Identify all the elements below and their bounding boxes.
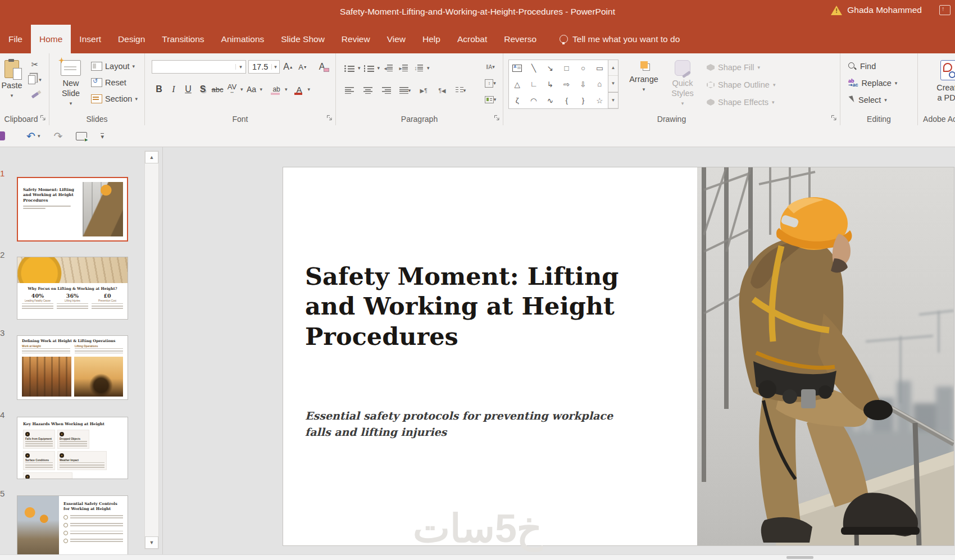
tab-reverso[interactable]: Reverso bbox=[495, 25, 545, 53]
thumbnail-scrollbar[interactable]: ▲ ▼ bbox=[144, 151, 159, 549]
slide-thumbnail-4[interactable]: Key Hazards When Working at Height Falls… bbox=[17, 417, 128, 479]
arrow-shape-icon[interactable]: ↘ bbox=[542, 60, 558, 76]
shape-effects-button[interactable]: Shape Effects▾ bbox=[707, 96, 775, 108]
oval-shape-icon[interactable]: ○ bbox=[575, 60, 591, 76]
curve-shape-icon[interactable]: ∿ bbox=[542, 92, 558, 108]
columns-button[interactable]: ▾ bbox=[454, 84, 467, 97]
shrink-font-button[interactable]: A▼ bbox=[297, 60, 309, 74]
align-left-button[interactable] bbox=[343, 84, 356, 97]
scroll-down-button[interactable]: ▼ bbox=[145, 536, 158, 549]
slide-photo[interactable] bbox=[697, 167, 954, 545]
pentagon-shape-icon[interactable]: ⌂ bbox=[592, 76, 608, 93]
character-spacing-button[interactable]: AV↔ bbox=[226, 83, 238, 96]
tab-insert[interactable]: Insert bbox=[71, 25, 110, 53]
line-shape-icon[interactable]: ╲ bbox=[525, 60, 542, 76]
tab-help[interactable]: Help bbox=[414, 25, 449, 53]
paste-button[interactable]: Paste ▾ bbox=[0, 58, 25, 98]
convert-smartart-button[interactable]: ▾ bbox=[484, 93, 497, 106]
layout-button[interactable]: Layout▾ bbox=[91, 59, 138, 74]
line-spacing-button[interactable]: ↕ bbox=[412, 61, 425, 75]
save-button[interactable] bbox=[0, 131, 5, 140]
slide-thumbnail-1[interactable]: Safety Moment: Lifting and Working at He… bbox=[17, 177, 128, 242]
font-color-button[interactable]: A bbox=[293, 83, 306, 96]
replace-button[interactable]: ab⇢acReplace▾ bbox=[848, 77, 897, 89]
arc-shape-icon[interactable]: ◠ bbox=[525, 92, 542, 108]
arrange-button[interactable]: Arrange ▾ bbox=[626, 59, 662, 92]
paragraph-dialog-launcher[interactable] bbox=[494, 113, 500, 123]
scroll-up-button[interactable]: ▲ bbox=[145, 151, 158, 163]
triangle-shape-icon[interactable]: △ bbox=[509, 76, 525, 93]
shapes-more-button[interactable]: ▼ bbox=[608, 92, 618, 108]
underline-button[interactable]: U bbox=[182, 83, 194, 96]
right-to-left-button[interactable]: ¶◀ bbox=[435, 84, 449, 97]
align-right-button[interactable] bbox=[380, 84, 393, 97]
shapes-scroll-up[interactable]: ▲ bbox=[608, 60, 618, 76]
elbow-connector-icon[interactable]: ∟ bbox=[525, 76, 542, 93]
section-button[interactable]: Section▾ bbox=[91, 92, 138, 106]
copy-button[interactable]: ▾ bbox=[28, 74, 42, 85]
ribbon-display-options-icon[interactable] bbox=[939, 5, 951, 15]
tab-slideshow[interactable]: Slide Show bbox=[272, 25, 333, 53]
shape-fill-button[interactable]: Shape Fill▾ bbox=[707, 61, 775, 74]
warning-icon[interactable]: ! bbox=[831, 6, 842, 15]
increase-indent-button[interactable]: ▸ bbox=[397, 61, 410, 75]
tab-animations[interactable]: Animations bbox=[213, 25, 273, 53]
shape-outline-button[interactable]: Shape Outline▾ bbox=[707, 79, 775, 91]
tab-view[interactable]: View bbox=[379, 25, 414, 53]
tab-acrobat[interactable]: Acrobat bbox=[449, 25, 495, 53]
drawing-dialog-launcher[interactable] bbox=[831, 113, 837, 123]
slide-thumbnail-5[interactable]: Essential Safety Controls for Working at… bbox=[17, 495, 128, 560]
slide-canvas[interactable]: Safety Moment: Lifting and Working at He… bbox=[283, 167, 954, 546]
redo-button[interactable]: ↷ bbox=[53, 131, 62, 142]
strikethrough-button[interactable]: abc bbox=[211, 83, 224, 96]
slide-thumbnail-2[interactable]: Why Focus on Lifting & Working at Height… bbox=[17, 257, 128, 320]
rounded-rectangle-shape-icon[interactable]: ▭ bbox=[592, 60, 608, 76]
tab-home[interactable]: Home bbox=[31, 25, 71, 53]
horizontal-scrollbar-thumb[interactable] bbox=[786, 556, 813, 559]
rectangle-shape-icon[interactable]: □ bbox=[558, 60, 575, 76]
down-arrow-shape-icon[interactable]: ⇩ bbox=[575, 76, 591, 93]
right-arrow-shape-icon[interactable]: ⇨ bbox=[558, 76, 575, 93]
find-button[interactable]: Find bbox=[848, 60, 897, 72]
new-slide-button[interactable]: New Slide ▾ bbox=[54, 58, 88, 106]
customize-qat-button[interactable]: ▾ bbox=[101, 133, 104, 139]
text-shadow-button[interactable]: S bbox=[197, 83, 209, 96]
justify-button[interactable]: ▾ bbox=[398, 84, 412, 97]
change-case-button[interactable]: Aa bbox=[245, 83, 258, 96]
quick-styles-button[interactable]: Quick Styles ▾ bbox=[665, 58, 700, 106]
text-direction-button[interactable]: ‖A▾ bbox=[484, 60, 497, 74]
shapes-gallery[interactable]: ╲ ↘ □ ○ ▭ △ ∟ ↳ ⇨ ⇩ ⌂ ζ ◠ ∿ { bbox=[508, 60, 608, 109]
undo-button[interactable]: ↶▾ bbox=[26, 131, 40, 142]
shapes-scroll-down[interactable]: ▼ bbox=[608, 76, 618, 92]
tab-design[interactable]: Design bbox=[110, 25, 153, 53]
grow-font-button[interactable]: A▲ bbox=[282, 60, 294, 74]
account-name[interactable]: Ghada Mohammed bbox=[847, 5, 922, 15]
select-button[interactable]: Select▾ bbox=[848, 94, 897, 106]
star-shape-icon[interactable]: ☆ bbox=[592, 92, 608, 108]
slide-title[interactable]: Safety Moment: Lifting and Working at He… bbox=[305, 262, 634, 352]
align-text-button[interactable]: ↕▾ bbox=[484, 76, 497, 90]
start-slideshow-button[interactable] bbox=[76, 132, 87, 140]
tab-file[interactable]: File bbox=[0, 25, 31, 53]
right-brace-shape-icon[interactable]: } bbox=[575, 92, 591, 108]
cut-button[interactable]: ✂ bbox=[28, 59, 42, 70]
bold-button[interactable]: B bbox=[153, 83, 165, 96]
decrease-indent-button[interactable]: ◂ bbox=[381, 61, 395, 75]
font-name-combo[interactable]: ▾ bbox=[152, 60, 246, 74]
left-to-right-button[interactable]: ▶¶ bbox=[417, 84, 430, 97]
font-dialog-launcher[interactable] bbox=[326, 113, 333, 123]
numbering-button[interactable] bbox=[362, 61, 376, 75]
reset-button[interactable]: Reset bbox=[91, 75, 138, 90]
scribble-shape-icon[interactable]: ζ bbox=[509, 92, 525, 108]
tellme-box[interactable]: Tell me what you want to do bbox=[560, 25, 680, 53]
clear-formatting-button[interactable]: A bbox=[316, 60, 328, 74]
slide-subtitle[interactable]: Essential safety protocols for preventin… bbox=[305, 408, 636, 440]
create-pdf-button[interactable]: Create a PDF bbox=[928, 58, 955, 103]
clipboard-dialog-launcher[interactable] bbox=[40, 113, 46, 123]
tab-review[interactable]: Review bbox=[333, 25, 379, 53]
italic-button[interactable]: I bbox=[167, 83, 180, 96]
align-center-button[interactable] bbox=[361, 84, 375, 97]
left-brace-shape-icon[interactable]: { bbox=[558, 92, 575, 108]
elbow-arrow-connector-icon[interactable]: ↳ bbox=[542, 76, 558, 93]
slide-thumbnail-3[interactable]: Defining Work at Height & Lifting Operat… bbox=[17, 335, 128, 400]
